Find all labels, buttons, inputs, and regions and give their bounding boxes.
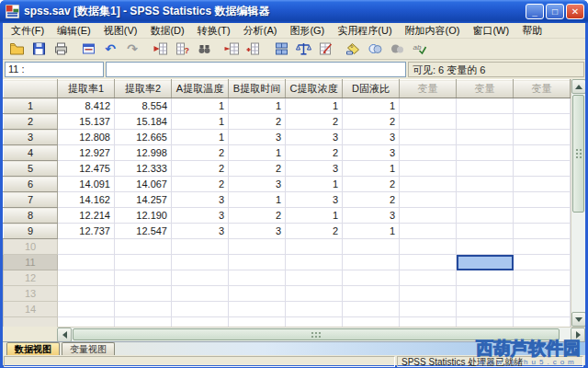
cell[interactable] <box>514 98 571 114</box>
cell[interactable]: 3 <box>286 130 343 145</box>
cell[interactable] <box>58 302 115 317</box>
menu-edit[interactable]: 编辑(E) <box>51 23 97 39</box>
print-icon[interactable] <box>50 40 72 58</box>
cell[interactable] <box>457 208 514 224</box>
cell[interactable] <box>286 302 343 317</box>
cell[interactable]: 3 <box>343 145 400 161</box>
insert-variable-icon[interactable] <box>243 40 265 58</box>
cell[interactable]: 12.808 <box>58 130 115 145</box>
cell[interactable]: 1 <box>286 177 343 192</box>
cell[interactable]: 3 <box>229 177 286 192</box>
cell[interactable]: 3 <box>172 224 229 239</box>
column-header[interactable]: C提取浓度 <box>286 80 343 98</box>
cell[interactable] <box>457 114 514 130</box>
cell[interactable] <box>400 192 457 208</box>
row-header[interactable]: 9 <box>4 224 58 239</box>
column-header[interactable]: 提取率2 <box>115 80 172 98</box>
cell[interactable]: 1 <box>343 98 400 114</box>
cell[interactable] <box>229 239 286 255</box>
row-header[interactable]: 7 <box>4 192 58 208</box>
scroll-down-button[interactable] <box>571 312 585 327</box>
cell[interactable] <box>514 239 571 255</box>
cell[interactable] <box>172 286 229 302</box>
cell[interactable] <box>514 177 571 192</box>
cell[interactable] <box>286 239 343 255</box>
cell[interactable] <box>115 270 172 286</box>
cell[interactable] <box>457 317 514 328</box>
variables-icon[interactable]: ? <box>171 40 193 58</box>
row-header[interactable]: 2 <box>4 114 58 130</box>
tab-variable-view[interactable]: 变量视图 <box>62 342 115 355</box>
cell[interactable] <box>229 255 286 270</box>
cell[interactable] <box>457 239 514 255</box>
cell[interactable]: 14.162 <box>58 192 115 208</box>
open-file-icon[interactable] <box>6 40 28 58</box>
cell[interactable] <box>229 270 286 286</box>
column-header[interactable]: B提取时间 <box>229 80 286 98</box>
cell[interactable] <box>514 317 571 328</box>
column-header[interactable]: 变量 <box>514 80 571 98</box>
cell[interactable]: 2 <box>229 161 286 177</box>
cell[interactable] <box>115 239 172 255</box>
cell[interactable] <box>229 317 286 328</box>
save-icon[interactable] <box>28 40 50 58</box>
selected-cell[interactable] <box>457 255 514 270</box>
cell[interactable]: 14.257 <box>115 192 172 208</box>
cell[interactable] <box>58 317 115 328</box>
menu-analyze[interactable]: 分析(A) <box>237 23 284 39</box>
cell[interactable] <box>514 302 571 317</box>
row-header[interactable]: 11 <box>4 255 58 270</box>
cell[interactable] <box>514 130 571 145</box>
cell[interactable]: 2 <box>229 114 286 130</box>
cell[interactable] <box>115 317 172 328</box>
row-header[interactable]: 12 <box>4 270 58 286</box>
menu-graphs[interactable]: 图形(G) <box>283 23 331 39</box>
horizontal-scrollbar-thumb[interactable] <box>73 328 560 340</box>
menu-view[interactable]: 视图(V) <box>97 23 144 39</box>
row-header[interactable]: 4 <box>4 145 58 161</box>
cell[interactable]: 12.475 <box>58 161 115 177</box>
cell[interactable]: 2 <box>286 114 343 130</box>
row-header[interactable] <box>4 317 58 328</box>
cell[interactable] <box>457 161 514 177</box>
cell[interactable]: 1 <box>172 98 229 114</box>
value-labels-icon[interactable] <box>342 40 364 58</box>
cell[interactable] <box>400 270 457 286</box>
cell[interactable]: 1 <box>343 224 400 239</box>
tab-data-view[interactable]: 数据视图 <box>6 342 60 355</box>
menu-window[interactable]: 窗口(W) <box>466 23 515 39</box>
cell[interactable]: 2 <box>343 114 400 130</box>
cell[interactable] <box>343 302 400 317</box>
cell[interactable]: 12.998 <box>115 145 172 161</box>
cell[interactable] <box>172 317 229 328</box>
menu-data[interactable]: 数据(D) <box>143 23 190 39</box>
cell[interactable]: 8.412 <box>58 98 115 114</box>
cell[interactable] <box>514 255 571 270</box>
cell[interactable] <box>457 270 514 286</box>
cell[interactable]: 1 <box>286 208 343 224</box>
cell[interactable]: 12.737 <box>58 224 115 239</box>
cell[interactable]: 2 <box>172 161 229 177</box>
row-header[interactable]: 14 <box>4 302 58 317</box>
cell-editor-input[interactable] <box>106 62 406 77</box>
cell[interactable]: 3 <box>286 192 343 208</box>
cell[interactable] <box>172 239 229 255</box>
menu-help[interactable]: 帮助 <box>515 23 548 39</box>
cell[interactable] <box>343 270 400 286</box>
cell[interactable] <box>457 286 514 302</box>
redo-icon[interactable]: ↷ <box>121 40 143 58</box>
cell[interactable]: 2 <box>286 224 343 239</box>
cell[interactable] <box>343 286 400 302</box>
cell[interactable]: 1 <box>229 145 286 161</box>
cell[interactable]: 1 <box>172 130 229 145</box>
cell[interactable] <box>457 192 514 208</box>
cell[interactable] <box>400 114 457 130</box>
cell[interactable] <box>400 255 457 270</box>
column-header[interactable]: 变量 <box>400 80 457 98</box>
cell[interactable]: 3 <box>343 130 400 145</box>
cell[interactable] <box>58 239 115 255</box>
row-header[interactable]: 8 <box>4 208 58 224</box>
cell[interactable] <box>286 270 343 286</box>
cell[interactable]: 12.927 <box>58 145 115 161</box>
insert-cases-icon[interactable] <box>220 40 243 58</box>
